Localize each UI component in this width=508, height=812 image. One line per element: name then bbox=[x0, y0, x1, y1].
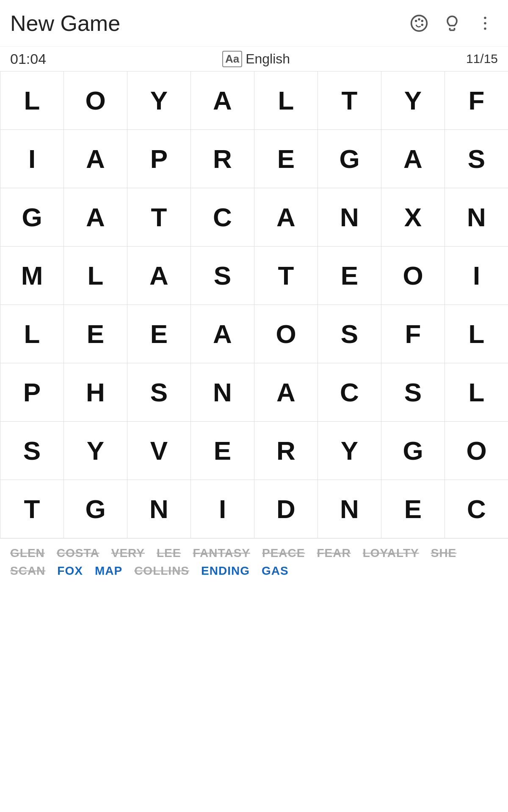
word-list-item: FEAR bbox=[317, 546, 351, 560]
grid-cell[interactable]: L bbox=[64, 247, 127, 305]
grid-cell[interactable]: T bbox=[0, 480, 64, 538]
grid-cell[interactable]: E bbox=[127, 305, 191, 363]
grid-cell[interactable]: I bbox=[191, 480, 254, 538]
grid-cell[interactable]: S bbox=[318, 305, 381, 363]
grid-cell[interactable]: R bbox=[254, 422, 318, 480]
word-list: GLENCOSTAVERYLEEFANTASYPEACEFEARLOYALTYS… bbox=[0, 538, 508, 588]
grid-cell[interactable]: N bbox=[318, 188, 381, 247]
grid-cell[interactable]: A bbox=[127, 247, 191, 305]
palette-icon[interactable] bbox=[406, 11, 432, 36]
svg-point-9 bbox=[484, 27, 486, 30]
more-options-icon[interactable] bbox=[472, 11, 498, 36]
header-actions bbox=[406, 11, 498, 36]
grid-cell[interactable]: F bbox=[445, 71, 508, 130]
grid-cell[interactable]: A bbox=[254, 188, 318, 247]
svg-point-7 bbox=[484, 16, 486, 19]
grid-cell[interactable]: O bbox=[64, 71, 127, 130]
grid-cell[interactable]: X bbox=[381, 188, 445, 247]
grid-cell[interactable]: L bbox=[0, 71, 64, 130]
svg-point-2 bbox=[418, 18, 420, 21]
grid-cell[interactable]: Y bbox=[127, 71, 191, 130]
word-list-item: GAS bbox=[262, 564, 289, 578]
grid-cell[interactable]: T bbox=[318, 71, 381, 130]
grid-cell[interactable]: G bbox=[318, 130, 381, 188]
grid-cell[interactable]: G bbox=[0, 188, 64, 247]
grid-cell[interactable]: P bbox=[127, 130, 191, 188]
word-list-item: SHE bbox=[431, 546, 457, 560]
language-selector[interactable]: Aa English bbox=[222, 51, 290, 67]
page-title: New Game bbox=[10, 11, 120, 36]
grid-cell[interactable]: N bbox=[445, 188, 508, 247]
svg-point-0 bbox=[411, 15, 427, 31]
app-header: New Game bbox=[0, 0, 508, 47]
grid-cell[interactable]: E bbox=[318, 247, 381, 305]
subheader: 01:04 Aa English 11/15 bbox=[0, 47, 508, 71]
grid-cell[interactable]: S bbox=[191, 247, 254, 305]
word-search-grid[interactable]: LOYALTYFIAPREGASGATCANXNMLASTEOILEEAOSFL… bbox=[0, 71, 508, 538]
grid-cell[interactable]: A bbox=[381, 130, 445, 188]
grid-cell[interactable]: A bbox=[254, 363, 318, 422]
grid-cell[interactable]: T bbox=[127, 188, 191, 247]
grid-cell[interactable]: N bbox=[127, 480, 191, 538]
grid-table: LOYALTYFIAPREGASGATCANXNMLASTEOILEEAOSFL… bbox=[0, 71, 508, 538]
grid-cell[interactable]: Y bbox=[381, 71, 445, 130]
grid-cell[interactable]: F bbox=[381, 305, 445, 363]
grid-cell[interactable]: O bbox=[254, 305, 318, 363]
grid-cell[interactable]: L bbox=[254, 71, 318, 130]
grid-cell[interactable]: L bbox=[445, 363, 508, 422]
grid-cell[interactable]: Y bbox=[318, 422, 381, 480]
grid-cell[interactable]: C bbox=[445, 480, 508, 538]
language-icon: Aa bbox=[222, 51, 242, 67]
word-list-item: ENDING bbox=[201, 564, 250, 578]
word-list-item: FOX bbox=[57, 564, 83, 578]
language-label: English bbox=[246, 51, 290, 67]
grid-cell[interactable]: S bbox=[445, 130, 508, 188]
grid-cell[interactable]: R bbox=[191, 130, 254, 188]
word-list-item: COLLINS bbox=[134, 564, 189, 578]
grid-cell[interactable]: E bbox=[381, 480, 445, 538]
grid-cell[interactable]: G bbox=[64, 480, 127, 538]
svg-point-3 bbox=[421, 19, 424, 22]
grid-cell[interactable]: S bbox=[127, 363, 191, 422]
grid-cell[interactable]: P bbox=[0, 363, 64, 422]
grid-cell[interactable]: O bbox=[445, 422, 508, 480]
grid-cell[interactable]: A bbox=[64, 130, 127, 188]
svg-point-1 bbox=[415, 19, 417, 22]
grid-cell[interactable]: E bbox=[191, 422, 254, 480]
grid-cell[interactable]: A bbox=[191, 305, 254, 363]
grid-cell[interactable]: L bbox=[445, 305, 508, 363]
grid-cell[interactable]: A bbox=[64, 188, 127, 247]
progress-count: 11/15 bbox=[466, 52, 498, 66]
hint-bulb-icon[interactable] bbox=[439, 11, 465, 36]
grid-cell[interactable]: E bbox=[64, 305, 127, 363]
grid-cell[interactable]: I bbox=[0, 130, 64, 188]
word-list-item: MAP bbox=[95, 564, 122, 578]
grid-cell[interactable]: N bbox=[191, 363, 254, 422]
grid-cell[interactable]: G bbox=[381, 422, 445, 480]
grid-cell[interactable]: M bbox=[0, 247, 64, 305]
word-list-item: LOYALTY bbox=[363, 546, 419, 560]
word-list-item: LEE bbox=[157, 546, 181, 560]
grid-cell[interactable]: O bbox=[381, 247, 445, 305]
grid-cell[interactable]: E bbox=[254, 130, 318, 188]
grid-cell[interactable]: D bbox=[254, 480, 318, 538]
grid-cell[interactable]: C bbox=[191, 188, 254, 247]
grid-cell[interactable]: C bbox=[318, 363, 381, 422]
word-list-item: SCAN bbox=[10, 564, 45, 578]
word-list-item: GLEN bbox=[10, 546, 45, 560]
grid-cell[interactable]: S bbox=[381, 363, 445, 422]
grid-cell[interactable]: V bbox=[127, 422, 191, 480]
grid-cell[interactable]: N bbox=[318, 480, 381, 538]
grid-cell[interactable]: Y bbox=[64, 422, 127, 480]
grid-cell[interactable]: A bbox=[191, 71, 254, 130]
grid-cell[interactable]: S bbox=[0, 422, 64, 480]
timer: 01:04 bbox=[10, 51, 46, 67]
grid-cell[interactable]: H bbox=[64, 363, 127, 422]
grid-cell[interactable]: T bbox=[254, 247, 318, 305]
word-list-item: COSTA bbox=[57, 546, 99, 560]
grid-cell[interactable]: I bbox=[445, 247, 508, 305]
svg-point-8 bbox=[484, 22, 486, 25]
word-list-item: VERY bbox=[111, 546, 145, 560]
svg-point-4 bbox=[421, 23, 424, 26]
grid-cell[interactable]: L bbox=[0, 305, 64, 363]
